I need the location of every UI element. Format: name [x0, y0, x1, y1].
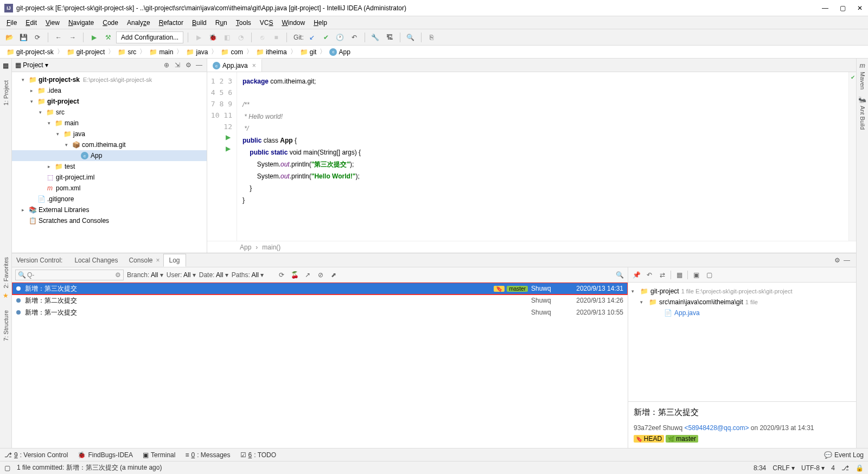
wrench-icon[interactable]: 🔧: [369, 31, 381, 43]
menu-window[interactable]: Window: [277, 17, 309, 28]
tool-version-control[interactable]: ⎇9: 9: Version ControlVersion Control: [4, 451, 68, 459]
vcs-history-icon[interactable]: 🕐: [334, 31, 346, 43]
tree-gitignore[interactable]: 📄.gitignore: [12, 194, 207, 204]
editor-tab-app[interactable]: c App.java ×: [207, 59, 262, 72]
run-config-selector[interactable]: Add Configuration...: [116, 31, 183, 43]
menu-file[interactable]: File: [2, 17, 21, 28]
console-close-icon[interactable]: ×: [156, 257, 159, 264]
menu-build[interactable]: Build: [188, 17, 211, 28]
close-button[interactable]: ✕: [856, 4, 864, 12]
group-icon[interactable]: ▦: [674, 271, 684, 279]
log-search-input[interactable]: 🔍Q-⚙: [15, 270, 124, 280]
hide-icon[interactable]: —: [195, 61, 203, 69]
maven-icon[interactable]: m: [859, 62, 865, 69]
log-list[interactable]: 新增：第三次提交 🔖 master Shuwq 2020/9/13 14:31 …: [12, 283, 628, 448]
tab-console[interactable]: Console: [123, 254, 158, 266]
caret-position[interactable]: 8:34: [754, 464, 766, 472]
editor-scrollbar[interactable]: ✔: [848, 72, 856, 241]
side-structure[interactable]: 7: Structure: [3, 310, 9, 341]
status-icon[interactable]: ▢: [4, 464, 10, 472]
vcs-gear-icon[interactable]: ⚙: [832, 257, 842, 264]
menu-analyze[interactable]: Analyze: [123, 17, 155, 28]
tree-test[interactable]: ▸📁test: [12, 161, 207, 172]
star-icon[interactable]: ★: [3, 292, 9, 299]
tree-main[interactable]: ▾📁main: [12, 118, 207, 129]
tool-messages[interactable]: ≡0: Messages: [185, 451, 230, 459]
locate-icon[interactable]: ⊕: [162, 61, 171, 69]
tree-app[interactable]: cApp: [12, 150, 207, 161]
bc-java[interactable]: 📁java: [183, 48, 211, 56]
line-sep[interactable]: CRLF ▾: [773, 464, 795, 472]
hammer-icon[interactable]: ⚒: [102, 31, 114, 43]
minimize-button[interactable]: —: [821, 4, 829, 12]
vcs-revert-icon[interactable]: ↶: [348, 31, 360, 43]
filter-branch[interactable]: Branch: All ▾: [127, 271, 163, 279]
vcs-update-icon[interactable]: ↙: [306, 31, 318, 43]
log-row[interactable]: 新增：第三次提交 🔖 master Shuwq 2020/9/13 14:31: [12, 283, 628, 294]
tool-terminal[interactable]: ▣Terminal: [143, 451, 175, 459]
log-row[interactable]: 新增：第一次提交 Shuwq 2020/9/13 10:55: [12, 306, 628, 318]
tree-ext[interactable]: ▸📚External Libraries: [12, 204, 207, 215]
bc-com[interactable]: 📁com: [218, 48, 246, 56]
goto-icon[interactable]: ↗: [303, 271, 312, 279]
run-gutter-icon[interactable]: ▶: [226, 132, 231, 143]
back-icon[interactable]: ←: [53, 31, 65, 43]
changed-files-tree[interactable]: ▾📁git-project1 file E:\project-sk\git-pr…: [628, 283, 856, 401]
menu-edit[interactable]: Edit: [21, 17, 41, 28]
tree-pkg[interactable]: ▾📦com.itheima.git: [12, 139, 207, 150]
menu-run[interactable]: Run: [211, 17, 232, 28]
menu-vcs[interactable]: VCS: [256, 17, 278, 28]
log-row[interactable]: 新增：第二次提交 Shuwq 2020/9/13 14:26: [12, 294, 628, 306]
lock-icon[interactable]: 🔒: [856, 464, 864, 472]
bc-git[interactable]: 📁git: [297, 48, 320, 56]
menu-code[interactable]: Code: [98, 17, 123, 28]
search-icon[interactable]: 🔍: [405, 31, 417, 43]
stop-icon[interactable]: ■: [270, 31, 282, 43]
tree-root[interactable]: ▾📁git-project-skE:\project-sk\git-projec…: [12, 74, 207, 85]
intellisort-icon[interactable]: ⊘: [316, 271, 326, 279]
close-tab-icon[interactable]: ×: [252, 62, 256, 69]
tree-pom[interactable]: mpom.xml: [12, 183, 207, 194]
menu-tools[interactable]: Tools: [232, 17, 256, 28]
vcs-hide-icon[interactable]: —: [842, 257, 852, 264]
encoding[interactable]: UTF-8 ▾: [801, 464, 825, 472]
profile-icon[interactable]: ◔: [235, 31, 247, 43]
filter-date[interactable]: Date: All ▾: [199, 271, 228, 279]
collapse-all-icon[interactable]: ▢: [704, 271, 714, 279]
git-branch-status[interactable]: ⎇: [841, 464, 849, 472]
tab-local-changes[interactable]: Local Changes: [69, 254, 123, 266]
exit-icon[interactable]: ⎘: [426, 31, 438, 43]
tree-src[interactable]: ▾📁src: [12, 107, 207, 118]
bc-main[interactable]: 📁main: [146, 48, 176, 56]
code-area[interactable]: package com.itheima.git; /** * Hello wor…: [237, 72, 848, 241]
search-log-icon[interactable]: 🔍: [615, 271, 624, 279]
tool-findbugs[interactable]: 🐞FindBugs-IDEA: [78, 451, 133, 459]
undo-icon[interactable]: ↶: [644, 271, 654, 279]
ft-root[interactable]: ▾📁git-project1 file E:\project-sk\git-pr…: [631, 286, 853, 297]
bc-root[interactable]: 📁git-project-sk: [3, 48, 57, 56]
maximize-button[interactable]: ▢: [839, 4, 846, 12]
menu-refactor[interactable]: Refactor: [155, 17, 188, 28]
email-link[interactable]: <58948428@qq.com>: [684, 424, 749, 432]
ft-path[interactable]: ▾📁src\main\java\com\itheima\git1 file: [631, 297, 853, 308]
gear-icon[interactable]: ⚙: [184, 61, 193, 69]
tree-iml[interactable]: ⬚git-project.iml: [12, 172, 207, 183]
bc-src[interactable]: 📁src: [114, 48, 139, 56]
project-tree[interactable]: ▾📁git-project-skE:\project-sk\git-projec…: [12, 72, 207, 253]
open-icon[interactable]: 📂: [3, 31, 15, 43]
debug-icon[interactable]: 🐞: [207, 31, 219, 43]
refresh-icon[interactable]: ⟳: [277, 271, 286, 279]
structure-icon[interactable]: 🏗: [384, 31, 395, 43]
editor-body[interactable]: 1 2 3 4 5 6 7 8 9 10 11 12 ▶ ▶ package c…: [207, 72, 856, 241]
open-new-icon[interactable]: ⬈: [329, 271, 339, 279]
forward-icon[interactable]: →: [67, 31, 79, 43]
bc-app[interactable]: cApp: [326, 48, 353, 56]
project-dropdown[interactable]: ▦ Project ▾: [15, 61, 48, 69]
tree-module[interactable]: ▾📁git-project: [12, 96, 207, 107]
run-config-icon[interactable]: ▶: [88, 31, 100, 43]
menu-help[interactable]: Help: [309, 17, 331, 28]
collapse-icon[interactable]: ⇲: [173, 61, 182, 69]
run-gutter-icon[interactable]: ▶: [226, 143, 231, 155]
side-ant[interactable]: Ant Build: [859, 106, 866, 130]
cherry-pick-icon[interactable]: 🍒: [290, 271, 299, 279]
